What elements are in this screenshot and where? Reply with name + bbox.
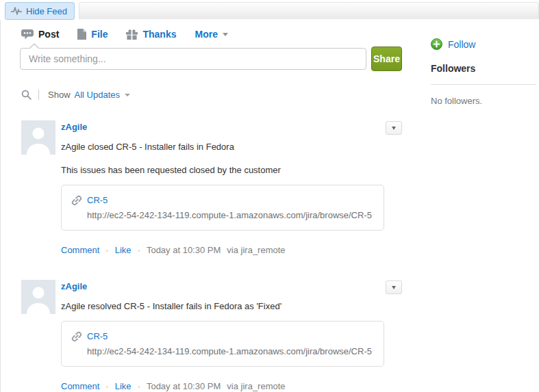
- post-actions: Comment · Like · Today at 10:30 PM via j…: [61, 381, 402, 391]
- post-headline: zAgile closed CR-5 - Installer fails in …: [61, 142, 402, 152]
- comment-link[interactable]: Comment: [61, 245, 99, 255]
- chevron-down-icon: [223, 33, 228, 36]
- tab-post[interactable]: Post: [21, 29, 59, 40]
- link-icon: [71, 195, 82, 206]
- feed-filter-row: Show All Updates: [21, 90, 402, 100]
- attachment-url: http://ec2-54-242-134-119.compute-1.amaz…: [87, 346, 372, 356]
- chevron-down-icon: [392, 286, 396, 289]
- post-via: via jira_remote: [227, 381, 285, 391]
- feed-tabstrip: Hide Feed: [0, 0, 539, 20]
- attachment-title-link[interactable]: CR-5: [87, 195, 372, 205]
- post-timestamp[interactable]: Today at 10:30 PM: [147, 381, 221, 391]
- followers-sidebar: Follow Followers No followers.: [402, 20, 539, 392]
- hide-feed-label: Hide Feed: [26, 6, 67, 16]
- share-button[interactable]: Share: [371, 47, 402, 71]
- attachment-card[interactable]: CR-5 http://ec2-54-242-134-119.compute-1…: [61, 321, 384, 367]
- tab-thanks[interactable]: Thanks: [126, 29, 176, 40]
- follow-label: Follow: [448, 39, 475, 50]
- follow-button[interactable]: Follow: [431, 38, 536, 50]
- chevron-down-icon: [125, 94, 130, 96]
- tab-file-label: File: [91, 29, 108, 40]
- composer-pointer-notch: [29, 43, 39, 48]
- sidebar-divider: [431, 84, 536, 85]
- dot-separator: ·: [105, 381, 108, 391]
- search-icon[interactable]: [21, 90, 32, 100]
- attachment-title-link[interactable]: CR-5: [87, 331, 372, 341]
- plus-circle-icon: [431, 38, 442, 50]
- dot-separator: ·: [138, 381, 140, 391]
- feed-filter-value: All Updates: [75, 90, 120, 100]
- avatar[interactable]: [21, 120, 55, 155]
- link-icon: [71, 331, 82, 342]
- tab-more[interactable]: More: [195, 29, 227, 40]
- attachment-card[interactable]: CR-5 http://ec2-54-242-134-119.compute-1…: [61, 185, 384, 231]
- post-author-link[interactable]: zAgile: [61, 120, 87, 132]
- chat-bubble-icon: [21, 29, 34, 40]
- feed-filter-select[interactable]: All Updates: [75, 90, 130, 100]
- tab-post-label: Post: [38, 29, 59, 40]
- composer-tabs: Post File Thanks More: [21, 29, 402, 40]
- like-link[interactable]: Like: [115, 245, 131, 255]
- chevron-down-icon: [392, 127, 396, 130]
- comment-link[interactable]: Comment: [61, 381, 99, 391]
- feed-main-column: Post File Thanks More: [1, 20, 402, 392]
- dot-separator: ·: [105, 245, 108, 255]
- show-label: Show: [48, 90, 71, 100]
- avatar[interactable]: [21, 280, 55, 314]
- feed-item: zAgile zAgile resolved CR-5 - Installer …: [21, 280, 402, 391]
- feed-list: zAgile zAgile closed CR-5 - Installer fa…: [21, 120, 402, 391]
- hide-feed-tab[interactable]: Hide Feed: [5, 2, 75, 20]
- post-actions: Comment · Like · Today at 10:30 PM via j…: [61, 245, 402, 255]
- post-menu-button[interactable]: [386, 121, 402, 135]
- dot-separator: ·: [138, 245, 140, 255]
- post-timestamp[interactable]: Today at 10:30 PM: [147, 245, 221, 255]
- no-followers-text: No followers.: [431, 96, 536, 106]
- feed-item: zAgile zAgile closed CR-5 - Installer fa…: [21, 120, 402, 255]
- tabstrip-spacer: [79, 2, 539, 19]
- like-link[interactable]: Like: [115, 381, 131, 391]
- post-body: This issues has been requested closed by…: [61, 165, 402, 175]
- tab-thanks-label: Thanks: [142, 29, 176, 40]
- pulse-icon: [11, 7, 22, 15]
- file-icon: [77, 29, 86, 40]
- post-via: via jira_remote: [227, 245, 285, 255]
- composer-row: Share: [20, 48, 402, 71]
- tab-more-label: More: [195, 29, 217, 40]
- followers-heading: Followers: [431, 63, 536, 74]
- post-menu-button[interactable]: [386, 280, 402, 294]
- attachment-url: http://ec2-54-242-134-119.compute-1.amaz…: [87, 210, 372, 220]
- post-input[interactable]: [20, 48, 366, 70]
- post-author-link[interactable]: zAgile: [61, 280, 87, 291]
- gift-icon: [126, 29, 138, 40]
- tab-file[interactable]: File: [77, 29, 108, 40]
- filter-divider: [38, 90, 39, 100]
- post-headline: zAgile resolved CR-5 - Installer fails i…: [61, 301, 402, 311]
